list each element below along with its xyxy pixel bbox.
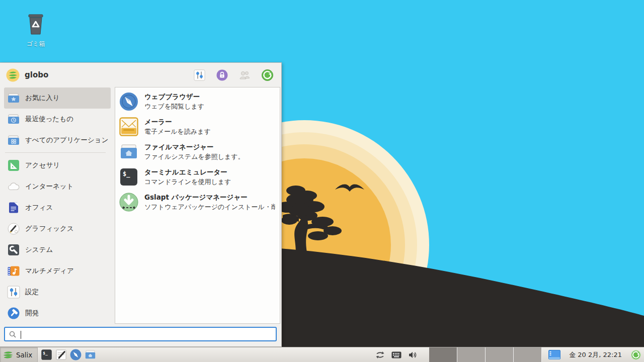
menu-actions — [193, 69, 273, 81]
salix-logo — [6, 68, 20, 82]
app-description: ファイルシステムを参照します。 — [144, 152, 245, 161]
app-title: ターミナルエミュレーター — [144, 167, 231, 177]
lock-screen-button[interactable] — [216, 69, 228, 81]
launcher-web-browser[interactable] — [68, 347, 83, 362]
app-text: ターミナルエミュレーター コマンドラインを使用します — [144, 167, 231, 187]
text-caret — [21, 331, 21, 339]
category-label: オフィス — [25, 203, 53, 212]
launcher-file-manager[interactable] — [83, 347, 98, 362]
file-manager-icon — [85, 349, 96, 360]
category-all-applications[interactable]: すべてのアプリケーション — [4, 130, 111, 151]
category-system[interactable]: システム — [4, 239, 111, 260]
app-description: ウェブを閲覧します — [144, 102, 204, 111]
workspace-switcher — [429, 347, 542, 362]
search-row — [0, 323, 281, 346]
folder-grid-icon — [7, 134, 20, 147]
category-label: インターネット — [25, 182, 73, 191]
web-browser-icon — [119, 92, 138, 111]
folder-clock-icon — [7, 113, 20, 126]
category-development[interactable]: 開発 — [4, 303, 111, 324]
notes-tray-button[interactable] — [548, 349, 560, 360]
sync-arrows-icon — [375, 351, 385, 359]
start-menu-button[interactable]: Salix — [0, 347, 38, 362]
launcher-text-editor[interactable] — [54, 347, 68, 362]
system-icon — [7, 243, 20, 256]
category-label: マルチメディア — [25, 266, 74, 276]
app-terminal-emulator[interactable]: $_ ターミナルエミュレーター コマンドラインを使用します — [117, 164, 278, 190]
logout-icon — [631, 350, 641, 360]
gslapt-icon — [119, 193, 138, 212]
app-web-browser[interactable]: ウェブブラウザー ウェブを閲覧します — [117, 89, 278, 114]
category-label: 開発 — [25, 309, 39, 318]
workspace-4[interactable] — [514, 347, 542, 362]
terminal-icon: $_ — [119, 167, 138, 187]
app-text: ファイルマネージャー ファイルシステムを参照します。 — [144, 142, 245, 161]
app-file-manager[interactable]: ファイルマネージャー ファイルシステムを参照します。 — [117, 139, 278, 164]
category-settings[interactable]: 設定 — [4, 282, 111, 303]
app-title: Gslapt パッケージマネージャー — [144, 193, 276, 202]
category-label: お気に入り — [25, 94, 59, 103]
app-title: ファイルマネージャー — [144, 142, 245, 152]
app-text: ウェブブラウザー ウェブを閲覧します — [144, 92, 204, 111]
category-multimedia[interactable]: マルチメディア — [4, 260, 111, 282]
switch-user-button[interactable] — [238, 69, 251, 81]
graphics-icon — [7, 222, 20, 235]
menu-username: globo — [25, 70, 48, 79]
app-text: Gslapt パッケージマネージャー ソフトウェアパッケージのインストール・削… — [144, 193, 276, 212]
category-label: すべてのアプリケーション — [25, 136, 108, 145]
sliders-icon — [194, 69, 205, 81]
logout-tray-button[interactable] — [630, 349, 641, 360]
workspace-2[interactable] — [457, 347, 486, 362]
settings-button[interactable] — [193, 69, 205, 81]
app-text: メーラー 電子メールを読みます — [144, 117, 211, 136]
keyboard-layout-tray-button[interactable] — [391, 350, 401, 359]
app-description: ソフトウェアパッケージのインストール・削… — [144, 202, 276, 212]
terminal-icon: $_ — [41, 349, 52, 360]
terminal-glyph: $_ — [43, 351, 48, 355]
category-label: 設定 — [25, 288, 39, 297]
accessories-icon — [7, 159, 20, 172]
clock[interactable]: 金 20 2月, 22:21 — [569, 350, 622, 359]
search-box[interactable] — [4, 327, 277, 341]
trash-icon — [24, 12, 47, 36]
category-internet[interactable]: インターネット — [4, 176, 111, 197]
speaker-icon — [409, 351, 417, 359]
search-icon — [9, 331, 16, 338]
category-office[interactable]: オフィス — [4, 197, 111, 218]
start-menu-label: Salix — [16, 351, 32, 359]
category-accessories[interactable]: アクセサリ — [4, 155, 111, 176]
internet-cloud-icon — [7, 180, 20, 193]
trash-desktop-icon[interactable]: ゴミ箱 — [20, 12, 51, 48]
app-description: コマンドラインを使用します — [144, 177, 231, 187]
folder-star-icon — [7, 92, 20, 105]
workspace-1[interactable] — [429, 347, 457, 362]
workspace-3[interactable] — [486, 347, 514, 362]
development-icon — [7, 307, 20, 320]
category-favorites[interactable]: お気に入り — [4, 87, 111, 109]
network-tray-button[interactable] — [375, 350, 385, 359]
volume-tray-button[interactable] — [408, 350, 418, 359]
salix-logo — [3, 349, 14, 360]
app-mailer[interactable]: メーラー 電子メールを読みます — [117, 114, 278, 139]
category-sidebar: お気に入り 最近使ったもの — [4, 87, 111, 324]
menu-body: お気に入り 最近使ったもの — [0, 87, 281, 323]
category-recently-used[interactable]: 最近使ったもの — [4, 109, 111, 130]
users-icon — [238, 69, 251, 81]
text-editor-icon — [55, 349, 67, 360]
category-graphics[interactable]: グラフィックス — [4, 218, 111, 239]
category-label: アクセサリ — [25, 161, 60, 170]
keyboard-icon — [391, 351, 401, 358]
app-description: 電子メールを読みます — [144, 127, 211, 136]
mail-icon — [119, 117, 138, 136]
category-label: 最近使ったもの — [25, 115, 73, 124]
category-label: システム — [25, 245, 53, 254]
terminal-glyph: $_ — [123, 170, 130, 178]
notes-icon — [548, 350, 560, 359]
log-out-button[interactable] — [261, 69, 273, 81]
application-list: ウェブブラウザー ウェブを閲覧します メーラー 電子メールを読みます — [115, 87, 280, 324]
category-label: グラフィックス — [25, 224, 74, 233]
search-input[interactable] — [20, 330, 272, 338]
system-tray: 金 20 2月, 22:21 — [375, 347, 644, 362]
app-gslapt-package-manager[interactable]: Gslapt パッケージマネージャー ソフトウェアパッケージのインストール・削… — [117, 190, 278, 215]
launcher-terminal[interactable]: $_ — [39, 347, 54, 362]
